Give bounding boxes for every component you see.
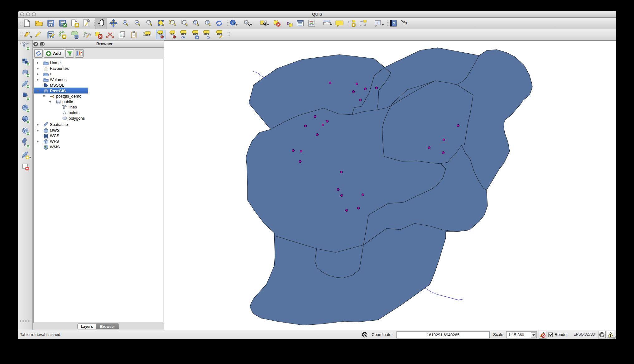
svg-text:abc: abc xyxy=(193,32,198,35)
svg-text:ab: ab xyxy=(159,32,162,36)
svg-text:abc: abc xyxy=(204,32,209,35)
svg-text:ab: ab xyxy=(171,32,175,36)
svg-text:abc: abc xyxy=(217,32,222,35)
svg-text:abc: abc xyxy=(145,33,150,36)
svg-text:ε: ε xyxy=(286,20,289,26)
svg-text:?: ? xyxy=(393,21,396,26)
svg-text:T: T xyxy=(377,21,379,25)
svg-text:abc: abc xyxy=(181,32,186,35)
svg-text:1:1: 1:1 xyxy=(147,21,150,23)
svg-text:?: ? xyxy=(405,21,408,26)
